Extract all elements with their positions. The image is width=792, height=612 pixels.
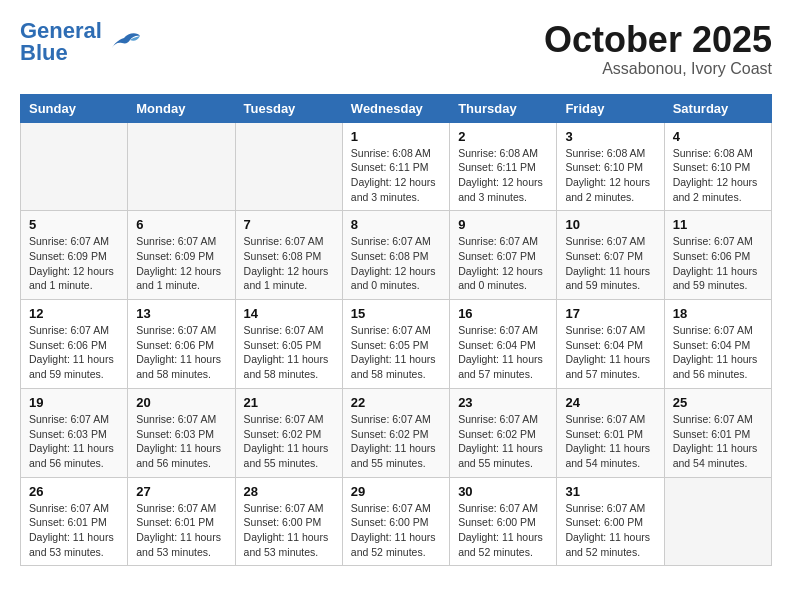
day-number: 5 [29, 217, 119, 232]
calendar-day-cell: 10Sunrise: 6:07 AMSunset: 6:07 PMDayligh… [557, 211, 664, 300]
calendar-week-row: 26Sunrise: 6:07 AMSunset: 6:01 PMDayligh… [21, 477, 772, 566]
page-header: GeneralBlue October 2025 Assabonou, Ivor… [20, 20, 772, 78]
calendar-day-cell: 6Sunrise: 6:07 AMSunset: 6:09 PMDaylight… [128, 211, 235, 300]
day-info: Sunrise: 6:07 AMSunset: 6:06 PMDaylight:… [673, 234, 763, 293]
calendar-day-cell: 20Sunrise: 6:07 AMSunset: 6:03 PMDayligh… [128, 388, 235, 477]
weekday-header-tuesday: Tuesday [235, 94, 342, 122]
day-number: 27 [136, 484, 226, 499]
calendar-day-cell: 3Sunrise: 6:08 AMSunset: 6:10 PMDaylight… [557, 122, 664, 211]
day-info: Sunrise: 6:07 AMSunset: 6:04 PMDaylight:… [458, 323, 548, 382]
day-number: 9 [458, 217, 548, 232]
day-number: 4 [673, 129, 763, 144]
day-info: Sunrise: 6:07 AMSunset: 6:05 PMDaylight:… [351, 323, 441, 382]
day-number: 23 [458, 395, 548, 410]
calendar-day-cell: 17Sunrise: 6:07 AMSunset: 6:04 PMDayligh… [557, 300, 664, 389]
day-info: Sunrise: 6:07 AMSunset: 6:05 PMDaylight:… [244, 323, 334, 382]
day-number: 3 [565, 129, 655, 144]
day-number: 30 [458, 484, 548, 499]
calendar-day-cell: 15Sunrise: 6:07 AMSunset: 6:05 PMDayligh… [342, 300, 449, 389]
calendar-day-cell: 1Sunrise: 6:08 AMSunset: 6:11 PMDaylight… [342, 122, 449, 211]
day-info: Sunrise: 6:07 AMSunset: 6:09 PMDaylight:… [136, 234, 226, 293]
day-number: 17 [565, 306, 655, 321]
calendar-week-row: 5Sunrise: 6:07 AMSunset: 6:09 PMDaylight… [21, 211, 772, 300]
day-info: Sunrise: 6:07 AMSunset: 6:06 PMDaylight:… [136, 323, 226, 382]
calendar-table: SundayMondayTuesdayWednesdayThursdayFrid… [20, 94, 772, 567]
day-number: 16 [458, 306, 548, 321]
calendar-day-cell: 4Sunrise: 6:08 AMSunset: 6:10 PMDaylight… [664, 122, 771, 211]
day-info: Sunrise: 6:07 AMSunset: 6:01 PMDaylight:… [565, 412, 655, 471]
calendar-day-cell: 12Sunrise: 6:07 AMSunset: 6:06 PMDayligh… [21, 300, 128, 389]
calendar-week-row: 19Sunrise: 6:07 AMSunset: 6:03 PMDayligh… [21, 388, 772, 477]
day-number: 28 [244, 484, 334, 499]
logo-bird-icon [104, 30, 142, 60]
weekday-header-saturday: Saturday [664, 94, 771, 122]
calendar-day-cell: 11Sunrise: 6:07 AMSunset: 6:06 PMDayligh… [664, 211, 771, 300]
day-number: 22 [351, 395, 441, 410]
day-number: 20 [136, 395, 226, 410]
calendar-day-cell: 9Sunrise: 6:07 AMSunset: 6:07 PMDaylight… [450, 211, 557, 300]
day-info: Sunrise: 6:07 AMSunset: 6:02 PMDaylight:… [458, 412, 548, 471]
day-number: 15 [351, 306, 441, 321]
calendar-empty-cell [21, 122, 128, 211]
day-number: 14 [244, 306, 334, 321]
day-number: 11 [673, 217, 763, 232]
day-number: 24 [565, 395, 655, 410]
day-number: 12 [29, 306, 119, 321]
day-number: 1 [351, 129, 441, 144]
day-number: 8 [351, 217, 441, 232]
day-info: Sunrise: 6:07 AMSunset: 6:08 PMDaylight:… [351, 234, 441, 293]
location-subtitle: Assabonou, Ivory Coast [544, 60, 772, 78]
day-info: Sunrise: 6:08 AMSunset: 6:11 PMDaylight:… [351, 146, 441, 205]
day-info: Sunrise: 6:07 AMSunset: 6:03 PMDaylight:… [29, 412, 119, 471]
calendar-day-cell: 8Sunrise: 6:07 AMSunset: 6:08 PMDaylight… [342, 211, 449, 300]
weekday-header-friday: Friday [557, 94, 664, 122]
day-info: Sunrise: 6:07 AMSunset: 6:04 PMDaylight:… [565, 323, 655, 382]
calendar-day-cell: 7Sunrise: 6:07 AMSunset: 6:08 PMDaylight… [235, 211, 342, 300]
day-info: Sunrise: 6:08 AMSunset: 6:11 PMDaylight:… [458, 146, 548, 205]
day-number: 18 [673, 306, 763, 321]
day-number: 10 [565, 217, 655, 232]
day-info: Sunrise: 6:07 AMSunset: 6:00 PMDaylight:… [458, 501, 548, 560]
day-number: 2 [458, 129, 548, 144]
logo: GeneralBlue [20, 20, 142, 64]
day-info: Sunrise: 6:07 AMSunset: 6:00 PMDaylight:… [565, 501, 655, 560]
day-info: Sunrise: 6:07 AMSunset: 6:01 PMDaylight:… [29, 501, 119, 560]
day-info: Sunrise: 6:07 AMSunset: 6:01 PMDaylight:… [673, 412, 763, 471]
calendar-week-row: 1Sunrise: 6:08 AMSunset: 6:11 PMDaylight… [21, 122, 772, 211]
day-info: Sunrise: 6:07 AMSunset: 6:08 PMDaylight:… [244, 234, 334, 293]
calendar-day-cell: 19Sunrise: 6:07 AMSunset: 6:03 PMDayligh… [21, 388, 128, 477]
day-info: Sunrise: 6:07 AMSunset: 6:06 PMDaylight:… [29, 323, 119, 382]
calendar-day-cell: 14Sunrise: 6:07 AMSunset: 6:05 PMDayligh… [235, 300, 342, 389]
day-number: 7 [244, 217, 334, 232]
day-number: 31 [565, 484, 655, 499]
calendar-header-row: SundayMondayTuesdayWednesdayThursdayFrid… [21, 94, 772, 122]
title-section: October 2025 Assabonou, Ivory Coast [544, 20, 772, 78]
day-info: Sunrise: 6:07 AMSunset: 6:09 PMDaylight:… [29, 234, 119, 293]
day-number: 19 [29, 395, 119, 410]
calendar-day-cell: 31Sunrise: 6:07 AMSunset: 6:00 PMDayligh… [557, 477, 664, 566]
weekday-header-sunday: Sunday [21, 94, 128, 122]
day-info: Sunrise: 6:07 AMSunset: 6:01 PMDaylight:… [136, 501, 226, 560]
day-number: 29 [351, 484, 441, 499]
weekday-header-monday: Monday [128, 94, 235, 122]
day-info: Sunrise: 6:07 AMSunset: 6:07 PMDaylight:… [565, 234, 655, 293]
day-info: Sunrise: 6:08 AMSunset: 6:10 PMDaylight:… [565, 146, 655, 205]
calendar-day-cell: 13Sunrise: 6:07 AMSunset: 6:06 PMDayligh… [128, 300, 235, 389]
day-info: Sunrise: 6:07 AMSunset: 6:00 PMDaylight:… [351, 501, 441, 560]
day-info: Sunrise: 6:07 AMSunset: 6:07 PMDaylight:… [458, 234, 548, 293]
day-number: 13 [136, 306, 226, 321]
calendar-day-cell: 16Sunrise: 6:07 AMSunset: 6:04 PMDayligh… [450, 300, 557, 389]
calendar-day-cell: 24Sunrise: 6:07 AMSunset: 6:01 PMDayligh… [557, 388, 664, 477]
month-title: October 2025 [544, 20, 772, 60]
day-number: 25 [673, 395, 763, 410]
logo-text: GeneralBlue [20, 20, 102, 64]
weekday-header-thursday: Thursday [450, 94, 557, 122]
calendar-empty-cell [128, 122, 235, 211]
calendar-day-cell: 25Sunrise: 6:07 AMSunset: 6:01 PMDayligh… [664, 388, 771, 477]
calendar-empty-cell [235, 122, 342, 211]
day-info: Sunrise: 6:07 AMSunset: 6:02 PMDaylight:… [244, 412, 334, 471]
calendar-day-cell: 30Sunrise: 6:07 AMSunset: 6:00 PMDayligh… [450, 477, 557, 566]
day-info: Sunrise: 6:07 AMSunset: 6:03 PMDaylight:… [136, 412, 226, 471]
calendar-day-cell: 23Sunrise: 6:07 AMSunset: 6:02 PMDayligh… [450, 388, 557, 477]
calendar-day-cell: 22Sunrise: 6:07 AMSunset: 6:02 PMDayligh… [342, 388, 449, 477]
